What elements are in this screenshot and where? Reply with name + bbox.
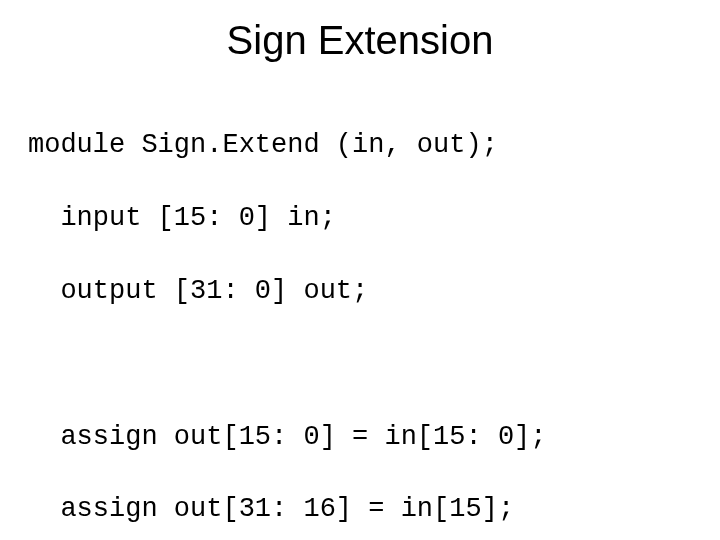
code-block: module Sign.Extend (in, out); input [15:… (28, 91, 720, 540)
blank-line (28, 346, 720, 382)
slide-title: Sign Extension (0, 18, 720, 63)
code-line: input [15: 0] in; (28, 200, 720, 236)
code-line: assign out[31: 16] = in[15]; (28, 491, 720, 527)
code-line: output [31: 0] out; (28, 273, 720, 309)
code-line: assign out[15: 0] = in[15: 0]; (28, 419, 720, 455)
code-line: module Sign.Extend (in, out); (28, 127, 720, 163)
